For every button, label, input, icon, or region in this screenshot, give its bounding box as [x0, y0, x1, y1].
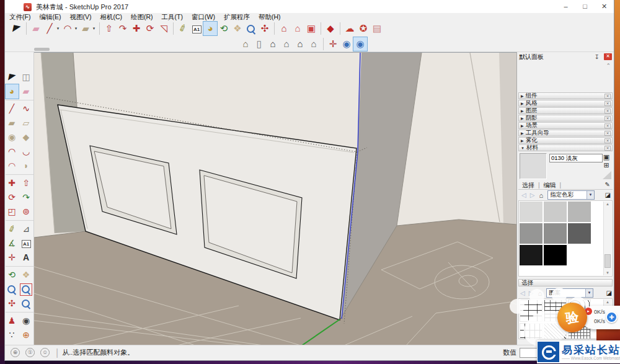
top-view[interactable]: ▯: [252, 37, 266, 51]
dropdown-caret-icon[interactable]: ▼: [587, 191, 594, 199]
geolocation-icon[interactable]: ⊕: [11, 348, 20, 357]
tray-section[interactable]: ▶工具向导✕: [518, 130, 613, 136]
tray-section[interactable]: ▶阴影✕: [518, 115, 613, 122]
three-point-arc-tool[interactable]: ◠: [6, 159, 19, 173]
line-dropdown[interactable]: ▾: [55, 22, 61, 35]
menu-item[interactable]: 窗口(W): [187, 13, 219, 22]
3d-text-tool[interactable]: A: [20, 251, 33, 265]
section-close-icon[interactable]: ✕: [604, 146, 611, 151]
menu-item[interactable]: 视图(V): [65, 13, 95, 22]
maximize-button[interactable]: □: [575, 0, 595, 14]
right-view[interactable]: ⌂: [280, 37, 293, 51]
section-close-icon[interactable]: ✕: [604, 131, 611, 136]
scale-tool[interactable]: ◹: [157, 22, 170, 35]
pattern-tile[interactable]: [520, 300, 542, 322]
color-swatch[interactable]: [568, 202, 591, 222]
color-swatch[interactable]: [544, 245, 567, 265]
rotate-tool[interactable]: ⟳: [143, 22, 157, 35]
fog-toggle-icon[interactable]: ◉: [353, 37, 367, 51]
paint-bucket-tool[interactable]: ◕: [6, 84, 19, 99]
paint-bucket-tool[interactable]: ◕: [203, 22, 217, 35]
section-plane-tool[interactable]: ⊕: [20, 328, 33, 342]
iso-view[interactable]: ⌂: [239, 37, 252, 51]
add-location-icon[interactable]: ✪: [356, 22, 370, 35]
scroll-up-icon[interactable]: ▲: [604, 300, 611, 304]
trimble-connect-icon[interactable]: ☁: [343, 22, 356, 35]
follow-me-tool[interactable]: ↷: [20, 190, 33, 205]
dimension-tool[interactable]: ⊿: [20, 222, 33, 236]
color-swatch[interactable]: [544, 223, 567, 244]
forward-arrow-icon[interactable]: ▷: [530, 192, 535, 198]
left-view[interactable]: ⌂: [307, 37, 321, 51]
section-close-icon[interactable]: ✕: [604, 109, 611, 113]
tab-select[interactable]: 选择: [518, 181, 538, 190]
offset-tool[interactable]: ⊚: [20, 205, 33, 219]
3d-warehouse-icon[interactable]: ⌂: [277, 22, 291, 35]
zoom-extents-tool[interactable]: ✣: [258, 22, 272, 35]
tray-section[interactable]: ▶风格✕: [518, 100, 613, 107]
menu-item[interactable]: 相机(C): [95, 13, 126, 22]
tray-section[interactable]: ▶图层✕: [518, 107, 613, 114]
add-download-icon[interactable]: ✚: [606, 311, 618, 323]
forward-arrow-icon[interactable]: ▷: [529, 290, 534, 296]
section-close-icon[interactable]: ✕: [604, 101, 611, 106]
section-close-icon[interactable]: ✕: [604, 138, 611, 143]
eraser-tool[interactable]: ▰: [29, 22, 43, 35]
tray-section[interactable]: ▶雾化✕: [518, 137, 613, 144]
default-material-icon[interactable]: [603, 171, 611, 179]
rotated-rectangle-tool[interactable]: ▱: [20, 116, 33, 130]
walk-tool[interactable]: ∵: [6, 328, 19, 342]
home-icon[interactable]: ⌂: [538, 290, 542, 297]
credits-icon[interactable]: ①: [25, 348, 35, 357]
arc-tool[interactable]: ◠: [61, 22, 74, 35]
pan-tool[interactable]: ❖: [20, 268, 33, 282]
arc-tool[interactable]: ◠: [6, 144, 19, 159]
scroll-down-icon[interactable]: ▼: [604, 271, 611, 275]
two-point-arc-tool[interactable]: ◡: [20, 144, 33, 159]
section-close-icon[interactable]: ✕: [604, 116, 611, 121]
pie-tool[interactable]: ◗: [20, 159, 33, 173]
tab-edit[interactable]: 编辑: [540, 181, 560, 190]
arc-dropdown[interactable]: ▾: [73, 22, 79, 35]
zoom-tool[interactable]: [244, 22, 258, 35]
minimize-button[interactable]: –: [556, 0, 575, 14]
orbit-tool[interactable]: ⟲: [217, 22, 231, 35]
zoom-previous-tool[interactable]: [20, 296, 33, 311]
model-info-icon[interactable]: ▤: [370, 22, 384, 35]
color-swatch[interactable]: [520, 245, 542, 265]
color-swatch[interactable]: [544, 202, 567, 222]
close-button[interactable]: ✕: [595, 0, 614, 14]
back-arrow-icon[interactable]: ◁: [521, 192, 526, 198]
display-pane-icon[interactable]: ▣: [601, 153, 611, 161]
sample-paint-icon[interactable]: ✎: [605, 181, 610, 188]
axes-icon[interactable]: ✛: [326, 37, 340, 51]
swatch-scrollbar[interactable]: ▲ ▼: [603, 202, 611, 275]
text-tool[interactable]: A1: [20, 236, 33, 251]
back-view[interactable]: ⌂: [293, 37, 307, 51]
line-tool[interactable]: ╱: [6, 102, 19, 116]
panel-close-icon[interactable]: ✕: [604, 53, 612, 60]
dropdown-caret-icon[interactable]: ▼: [585, 289, 593, 297]
color-swatch[interactable]: [520, 223, 542, 244]
circle-tool[interactable]: ◉: [6, 130, 19, 144]
select-tool[interactable]: ◤: [9, 20, 25, 37]
make-component-tool[interactable]: ◫: [20, 70, 33, 84]
section-close-icon[interactable]: ✕: [604, 123, 611, 128]
menu-item[interactable]: 帮助(H): [254, 13, 285, 22]
tape-measure-tool[interactable]: ✐: [3, 220, 20, 238]
tray-section[interactable]: ▶场景✕: [518, 122, 613, 129]
back-arrow-icon[interactable]: ◁: [520, 290, 525, 296]
rectangle-tool[interactable]: ▰: [6, 116, 19, 130]
pattern-tile[interactable]: [520, 323, 542, 339]
collapse-chevron-icon[interactable]: ⌃: [606, 63, 611, 69]
follow-me-tool[interactable]: ↷: [116, 22, 130, 35]
position-camera-tool[interactable]: ♟: [6, 314, 19, 328]
rectangle-tool[interactable]: ▰: [79, 22, 92, 35]
section-select[interactable]: 选择: [518, 279, 613, 286]
scroll-thumb[interactable]: [604, 254, 611, 268]
move-tool[interactable]: ✚: [6, 176, 19, 190]
menu-item[interactable]: 扩展程序: [219, 13, 254, 22]
scroll-up-icon[interactable]: ▲: [604, 202, 611, 206]
orbit-tool[interactable]: ⟲: [6, 268, 19, 282]
text-tool[interactable]: A1: [190, 22, 203, 35]
